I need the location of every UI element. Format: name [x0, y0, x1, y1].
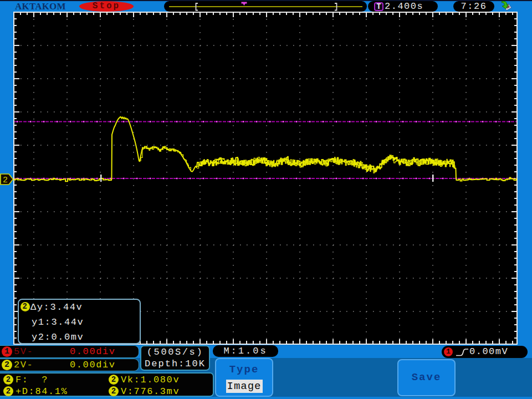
svg-text:2: 2: [3, 176, 8, 185]
